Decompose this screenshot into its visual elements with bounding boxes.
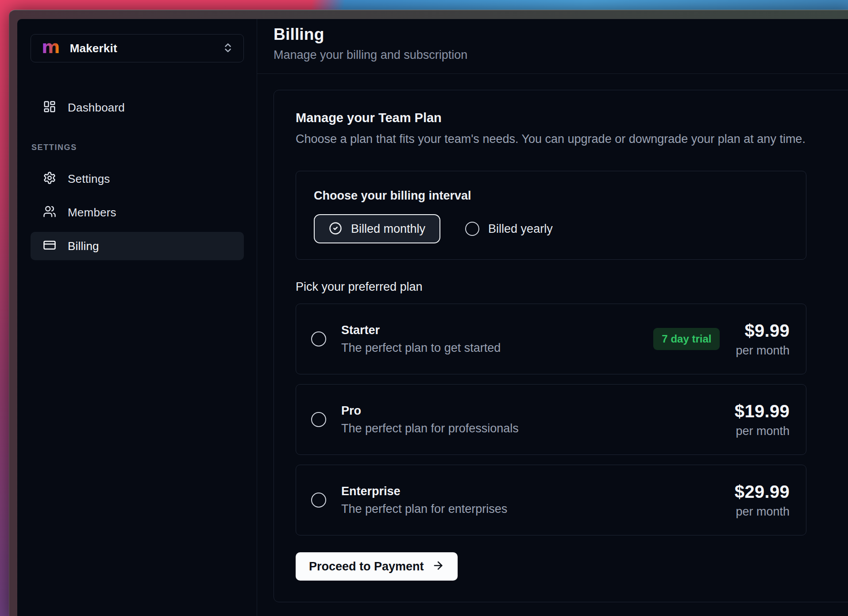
- plan-info: Pro The perfect plan for professionals: [341, 404, 519, 435]
- radio-circle-icon[interactable]: [311, 331, 326, 346]
- billing-interval-group: Choose your billing interval Billed mont…: [296, 171, 806, 260]
- arrow-right-icon: [432, 558, 444, 575]
- plan-description: The perfect plan to get started: [341, 341, 501, 355]
- billed-yearly-option[interactable]: Billed yearly: [465, 222, 553, 236]
- option-label: Billed monthly: [351, 222, 425, 236]
- plan-price: $19.99: [735, 401, 790, 421]
- workspace-name: Makerkit: [70, 42, 117, 55]
- plan-description: The perfect plan for enterprises: [341, 502, 507, 516]
- plan-name: Enterprise: [341, 485, 507, 498]
- billed-monthly-option[interactable]: Billed monthly: [314, 214, 440, 243]
- billing-interval-options: Billed monthly Billed yearly: [314, 214, 788, 243]
- radio-circle-icon: [465, 222, 479, 236]
- plan-period: per month: [736, 344, 790, 358]
- plan-info: Starter The perfect plan to get started: [341, 323, 501, 355]
- plan-name: Starter: [341, 323, 501, 337]
- chevrons-up-down-icon: [222, 42, 234, 55]
- proceed-to-payment-button[interactable]: Proceed to Payment: [296, 552, 458, 581]
- card-description: Choose a plan that fits your team's need…: [296, 132, 848, 146]
- gear-icon: [43, 171, 68, 186]
- team-plan-card: Manage your Team Plan Choose a plan that…: [274, 90, 848, 602]
- sidebar-item-label: Members: [68, 206, 116, 219]
- plan-name: Pro: [341, 404, 519, 418]
- sidebar-item-members[interactable]: Members: [31, 198, 244, 227]
- plan-period: per month: [736, 424, 790, 438]
- cta-label: Proceed to Payment: [309, 560, 424, 574]
- plan-pricing: $19.99 per month: [735, 401, 790, 438]
- sidebar-section-settings: SETTINGS: [31, 143, 244, 152]
- sidebar-nav: Dashboard SETTINGS Settings: [31, 93, 244, 260]
- option-label: Billed yearly: [488, 222, 553, 236]
- plan-option-pro[interactable]: Pro The perfect plan for professionals $…: [296, 384, 806, 455]
- plan-option-enterprise[interactable]: Enterprise The perfect plan for enterpri…: [296, 465, 806, 535]
- plan-pricing: 7 day trial $9.99 per month: [653, 321, 790, 358]
- plan-price: $9.99: [744, 321, 790, 341]
- sidebar-item-label: Dashboard: [68, 101, 125, 115]
- radio-circle-icon[interactable]: [311, 493, 326, 508]
- app-window: m Makerkit: [9, 10, 848, 616]
- plan-period: per month: [736, 505, 790, 519]
- sidebar-item-settings[interactable]: Settings: [31, 165, 244, 193]
- plan-pricing: $29.99 per month: [735, 482, 790, 519]
- makerkit-logo-icon: m: [42, 38, 60, 56]
- plan-info: Enterprise The perfect plan for enterpri…: [341, 485, 507, 516]
- header-divider: [257, 73, 848, 74]
- radio-circle-icon[interactable]: [311, 412, 326, 427]
- sidebar-item-label: Billing: [68, 239, 99, 253]
- circle-check-icon: [329, 222, 351, 236]
- workspace-selector[interactable]: m Makerkit: [31, 34, 244, 62]
- main-content: Billing Manage your billing and subscrip…: [257, 19, 848, 616]
- page-subtitle: Manage your billing and subscription: [274, 48, 848, 62]
- page-header: Billing Manage your billing and subscrip…: [257, 19, 848, 62]
- sidebar-item-dashboard[interactable]: Dashboard: [31, 93, 244, 122]
- billing-interval-label: Choose your billing interval: [314, 189, 788, 203]
- app-surface: m Makerkit: [17, 19, 848, 616]
- page-title: Billing: [274, 25, 848, 44]
- card-title: Manage your Team Plan: [296, 111, 848, 125]
- plan-option-starter[interactable]: Starter The perfect plan to get started …: [296, 304, 806, 374]
- plan-price: $29.99: [735, 482, 790, 502]
- sidebar-item-label: Settings: [68, 172, 110, 186]
- sidebar-item-billing[interactable]: Billing: [31, 232, 244, 260]
- users-icon: [43, 205, 68, 220]
- dashboard-icon: [43, 100, 68, 115]
- trial-badge: 7 day trial: [653, 328, 720, 350]
- plan-description: The perfect plan for professionals: [341, 422, 519, 435]
- plans-label: Pick your preferred plan: [296, 280, 848, 294]
- credit-card-icon: [43, 239, 68, 254]
- sidebar: m Makerkit: [17, 19, 257, 616]
